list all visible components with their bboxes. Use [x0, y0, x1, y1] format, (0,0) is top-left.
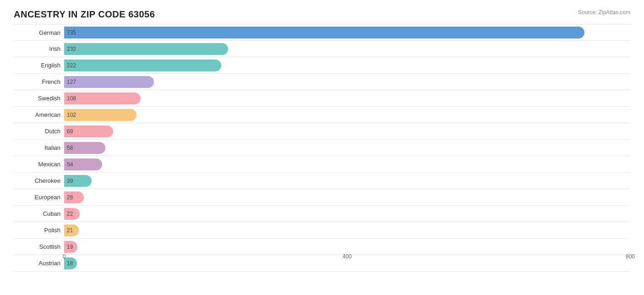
- bar-label: Austrian: [14, 260, 64, 267]
- bar-label: Cherokee: [14, 177, 64, 184]
- bar-label: Mexican: [14, 161, 64, 168]
- bar-row: Polish21: [14, 222, 630, 239]
- chart-area: German735Irish232English222French127Swed…: [14, 24, 630, 260]
- bar: 232: [64, 43, 228, 55]
- bar-label: Swedish: [14, 95, 64, 102]
- chart-title: ANCESTRY IN ZIP CODE 63056: [14, 9, 630, 20]
- bar-row: American102: [14, 107, 630, 123]
- bar: 735: [64, 27, 584, 38]
- bar-row: Cuban22: [14, 206, 630, 222]
- bar-wrapper: 222: [64, 60, 630, 71]
- bar-row: German735: [14, 24, 630, 41]
- bar-value: 18: [67, 260, 73, 267]
- bar-row: Italian58: [14, 140, 630, 156]
- bar-wrapper: 108: [64, 93, 630, 104]
- bar-value: 39: [67, 178, 73, 184]
- bar-wrapper: 69: [64, 126, 630, 137]
- bar-label: Polish: [14, 227, 64, 234]
- bar-row: Mexican54: [14, 156, 630, 173]
- bar-label: Cuban: [14, 210, 64, 217]
- bar-wrapper: 39: [64, 175, 630, 187]
- bar-label: Irish: [14, 45, 64, 52]
- bar-value: 232: [67, 46, 76, 52]
- bar: 222: [64, 60, 221, 71]
- bar: 127: [64, 76, 154, 88]
- bar-label: Dutch: [14, 128, 64, 135]
- bar: 54: [64, 158, 102, 170]
- bar-value: 54: [67, 161, 73, 168]
- bar-label: Scottish: [14, 243, 64, 250]
- source-label: Source: ZipAtlas.com: [578, 9, 630, 16]
- bar-wrapper: 28: [64, 191, 630, 203]
- bar-wrapper: 58: [64, 142, 630, 154]
- chart-container: ANCESTRY IN ZIP CODE 63056 Source: ZipAt…: [0, 0, 644, 295]
- x-axis-tick: 800: [626, 253, 635, 260]
- bar: 102: [64, 109, 136, 121]
- bar-row: English222: [14, 57, 630, 74]
- bars-section: German735Irish232English222French127Swed…: [14, 24, 630, 246]
- bar-wrapper: 102: [64, 109, 630, 121]
- bar-row: European28: [14, 189, 630, 206]
- bar: 58: [64, 142, 105, 154]
- bar-wrapper: 735: [64, 27, 630, 38]
- bar-value: 735: [67, 29, 76, 36]
- bar-wrapper: 127: [64, 76, 630, 88]
- bar-value: 102: [67, 112, 76, 118]
- bar-label: German: [14, 29, 64, 36]
- bar: 28: [64, 191, 84, 203]
- bar-row: Irish232: [14, 41, 630, 57]
- bar-wrapper: 21: [64, 224, 630, 236]
- bar-value: 127: [67, 79, 76, 85]
- bar-wrapper: 232: [64, 43, 630, 55]
- bar-value: 22: [67, 211, 73, 217]
- x-axis-tick: 400: [343, 253, 352, 260]
- x-axis-tick: 0: [63, 253, 66, 260]
- bar: 21: [64, 224, 79, 236]
- bar-value: 28: [67, 194, 73, 201]
- bar-label: French: [14, 78, 64, 85]
- bar-wrapper: 22: [64, 208, 630, 220]
- bar-label: English: [14, 62, 64, 69]
- bar-label: Italian: [14, 144, 64, 151]
- bar-label: American: [14, 111, 64, 118]
- bar-row: Dutch69: [14, 123, 630, 140]
- bar: 39: [64, 175, 92, 187]
- bar-value: 58: [67, 145, 73, 151]
- bar-value: 21: [67, 227, 73, 234]
- bar-value: 222: [67, 62, 76, 69]
- bar-value: 69: [67, 128, 73, 135]
- bar-value: 108: [67, 95, 76, 102]
- bar-row: Swedish108: [14, 90, 630, 107]
- bar-row: French127: [14, 74, 630, 90]
- bar: 108: [64, 93, 141, 104]
- bar-label: European: [14, 194, 64, 201]
- bar: 69: [64, 126, 113, 137]
- bar-wrapper: 54: [64, 158, 630, 170]
- bar: 22: [64, 208, 80, 220]
- x-axis: 0400800: [64, 246, 630, 260]
- bar-row: Cherokee39: [14, 173, 630, 189]
